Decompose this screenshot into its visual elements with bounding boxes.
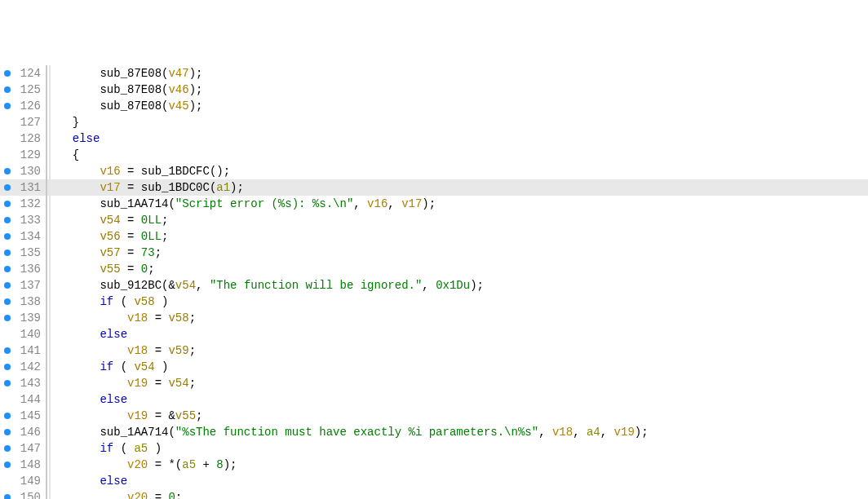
breakpoint-gutter[interactable] xyxy=(0,245,15,261)
breakpoint-gutter[interactable] xyxy=(0,457,15,473)
breakpoint-gutter[interactable] xyxy=(0,408,15,424)
breakpoint-icon[interactable] xyxy=(4,103,11,109)
breakpoint-gutter[interactable] xyxy=(0,82,15,98)
breakpoint-icon[interactable] xyxy=(4,413,11,419)
code-line[interactable]: 138 if ( v58 ) xyxy=(0,294,868,310)
breakpoint-icon[interactable] xyxy=(4,266,11,272)
code-line[interactable]: 131 v17 = sub_1BDC0C(a1); xyxy=(0,179,868,196)
code-content[interactable]: sub_1AA714("%sThe function must have exa… xyxy=(47,424,868,440)
code-line[interactable]: 129 { xyxy=(0,147,868,163)
breakpoint-icon[interactable] xyxy=(4,282,11,289)
code-content[interactable]: sub_87E08(v46); xyxy=(47,82,868,98)
code-line[interactable]: 135 v57 = 73; xyxy=(0,245,868,261)
code-line[interactable]: 146 sub_1AA714("%sThe function must have… xyxy=(0,424,868,440)
code-line[interactable]: 147 if ( a5 ) xyxy=(0,440,868,457)
code-content[interactable]: sub_1AA714("Script error (%s): %s.\n", v… xyxy=(47,196,868,212)
breakpoint-gutter[interactable] xyxy=(0,261,15,277)
code-content[interactable]: sub_87E08(v47); xyxy=(47,65,868,82)
breakpoint-gutter[interactable] xyxy=(0,212,15,228)
breakpoint-gutter[interactable] xyxy=(0,179,15,196)
breakpoint-icon[interactable] xyxy=(4,445,11,452)
code-content[interactable]: if ( v54 ) xyxy=(47,359,868,375)
breakpoint-gutter[interactable] xyxy=(0,359,15,375)
breakpoint-gutter[interactable] xyxy=(0,310,15,326)
breakpoint-gutter[interactable] xyxy=(0,294,15,310)
code-line[interactable]: 133 v54 = 0LL; xyxy=(0,212,868,228)
code-line[interactable]: 140 else xyxy=(0,326,868,342)
breakpoint-gutter[interactable] xyxy=(0,65,15,82)
code-content[interactable]: else xyxy=(47,130,868,147)
code-content[interactable]: v57 = 73; xyxy=(47,245,868,261)
breakpoint-gutter[interactable] xyxy=(0,277,15,294)
code-line[interactable]: 137 sub_912BC(&v54, "The function will b… xyxy=(0,277,868,294)
code-content[interactable]: v18 = v59; xyxy=(47,342,868,359)
token-var: v58 xyxy=(168,311,188,325)
code-line[interactable]: 127 } xyxy=(0,114,868,130)
code-line[interactable]: 124 sub_87E08(v47); xyxy=(0,65,868,82)
breakpoint-gutter[interactable] xyxy=(0,163,15,179)
code-content[interactable]: v19 = v54; xyxy=(47,375,868,391)
breakpoint-gutter[interactable] xyxy=(0,424,15,440)
breakpoint-icon[interactable] xyxy=(4,298,11,305)
code-line[interactable]: 150 v20 = 0; xyxy=(0,489,868,499)
breakpoint-gutter[interactable] xyxy=(0,440,15,457)
code-content[interactable]: v20 = *(a5 + 8); xyxy=(47,457,868,473)
code-line[interactable]: 134 v56 = 0LL; xyxy=(0,228,868,245)
code-line[interactable]: 139 v18 = v58; xyxy=(0,310,868,326)
breakpoint-gutter[interactable] xyxy=(0,98,15,114)
code-line[interactable]: 143 v19 = v54; xyxy=(0,375,868,391)
code-line[interactable]: 144 else xyxy=(0,391,868,408)
code-content[interactable]: if ( v58 ) xyxy=(47,294,868,310)
code-line[interactable]: 130 v16 = sub_1BDCFC(); xyxy=(0,163,868,179)
breakpoint-gutter[interactable] xyxy=(0,489,15,499)
code-content[interactable]: if ( a5 ) xyxy=(47,440,868,457)
code-line[interactable]: 149 else xyxy=(0,473,868,489)
code-line[interactable]: 128 else xyxy=(0,130,868,147)
breakpoint-icon[interactable] xyxy=(4,250,11,256)
code-line[interactable]: 125 sub_87E08(v46); xyxy=(0,82,868,98)
code-line[interactable]: 145 v19 = &v55; xyxy=(0,408,868,424)
code-content[interactable]: else xyxy=(47,473,868,489)
breakpoint-gutter[interactable] xyxy=(0,342,15,359)
code-content[interactable]: v54 = 0LL; xyxy=(47,212,868,228)
line-number: 150 xyxy=(15,489,47,499)
breakpoint-gutter[interactable] xyxy=(0,375,15,391)
breakpoint-icon[interactable] xyxy=(4,70,11,77)
breakpoint-icon[interactable] xyxy=(4,233,11,240)
breakpoint-icon[interactable] xyxy=(4,347,11,354)
code-content[interactable]: v19 = &v55; xyxy=(47,408,868,424)
code-content[interactable]: v17 = sub_1BDC0C(a1); xyxy=(47,179,868,196)
line-number: 145 xyxy=(15,408,47,424)
code-content[interactable]: v56 = 0LL; xyxy=(47,228,868,245)
code-line[interactable]: 142 if ( v54 ) xyxy=(0,359,868,375)
code-view[interactable]: 124 sub_87E08(v47);125 sub_87E08(v46);12… xyxy=(0,65,868,499)
code-content[interactable]: { xyxy=(47,147,868,163)
code-content[interactable]: sub_87E08(v45); xyxy=(47,98,868,114)
breakpoint-gutter[interactable] xyxy=(0,228,15,245)
breakpoint-icon[interactable] xyxy=(4,201,11,207)
breakpoint-icon[interactable] xyxy=(4,86,11,93)
code-content[interactable]: sub_912BC(&v54, "The function will be ig… xyxy=(47,277,868,294)
breakpoint-icon[interactable] xyxy=(4,380,11,386)
code-content[interactable]: v18 = v58; xyxy=(47,310,868,326)
breakpoint-icon[interactable] xyxy=(4,168,11,174)
breakpoint-icon[interactable] xyxy=(4,364,11,370)
code-content[interactable]: else xyxy=(47,326,868,342)
breakpoint-icon[interactable] xyxy=(4,494,11,499)
code-line[interactable]: 126 sub_87E08(v45); xyxy=(0,98,868,114)
breakpoint-gutter[interactable] xyxy=(0,196,15,212)
code-line[interactable]: 136 v55 = 0; xyxy=(0,261,868,277)
code-line[interactable]: 132 sub_1AA714("Script error (%s): %s.\n… xyxy=(0,196,868,212)
code-content[interactable]: v20 = 0; xyxy=(47,489,868,499)
code-line[interactable]: 141 v18 = v59; xyxy=(0,342,868,359)
code-content[interactable]: v16 = sub_1BDCFC(); xyxy=(47,163,868,179)
code-content[interactable]: v55 = 0; xyxy=(47,261,868,277)
breakpoint-icon[interactable] xyxy=(4,217,11,223)
code-line[interactable]: 148 v20 = *(a5 + 8); xyxy=(0,457,868,473)
code-content[interactable]: else xyxy=(47,391,868,408)
breakpoint-icon[interactable] xyxy=(4,429,11,435)
breakpoint-icon[interactable] xyxy=(4,184,11,191)
code-content[interactable]: } xyxy=(47,114,868,130)
breakpoint-icon[interactable] xyxy=(4,315,11,321)
breakpoint-icon[interactable] xyxy=(4,461,11,468)
